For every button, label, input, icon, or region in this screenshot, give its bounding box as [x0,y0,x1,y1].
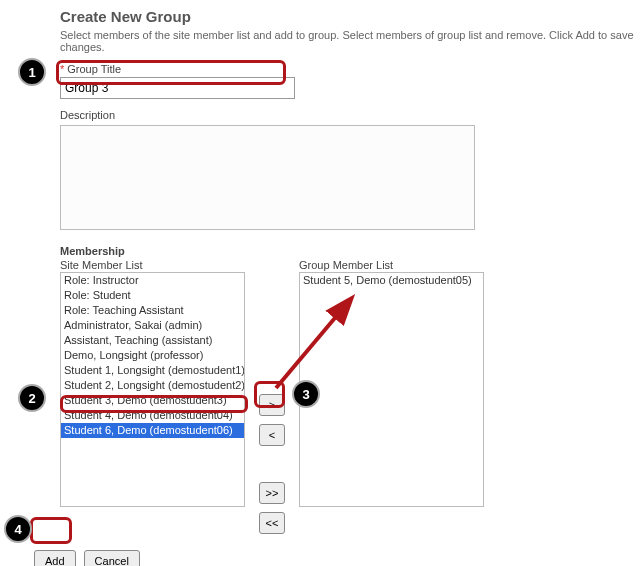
list-item[interactable]: Role: Student [61,288,244,303]
group-title-input[interactable] [60,77,295,99]
list-item[interactable]: Student 4, Demo (demostudent04) [61,408,244,423]
annotation-badge-1: 1 [18,58,46,86]
page-title: Create New Group [60,8,640,25]
description-label: Description [60,109,640,121]
cancel-button[interactable]: Cancel [84,550,140,566]
group-title-label: *Group Title [60,63,640,75]
move-left-button[interactable]: < [259,424,285,446]
list-item[interactable]: Administrator, Sakai (admin) [61,318,244,333]
site-member-list[interactable]: Role: InstructorRole: StudentRole: Teach… [60,272,245,507]
list-item[interactable]: Student 3, Demo (demostudent3) [61,393,244,408]
membership-label: Membership [60,245,640,257]
list-item[interactable]: Demo, Longsight (professor) [61,348,244,363]
list-item[interactable]: Role: Teaching Assistant [61,303,244,318]
move-all-right-button[interactable]: >> [259,482,285,504]
list-item[interactable]: Student 6, Demo (demostudent06) [61,423,244,438]
add-button[interactable]: Add [34,550,76,566]
list-item[interactable]: Student 2, Longsight (demostudent2) [61,378,244,393]
page-subtitle: Select members of the site member list a… [60,29,640,53]
group-member-list[interactable]: Student 5, Demo (demostudent05) [299,272,484,507]
move-right-button[interactable]: > [259,394,285,416]
annotation-badge-3: 3 [292,380,320,408]
annotation-badge-4: 4 [4,515,32,543]
description-textarea[interactable] [60,125,475,230]
list-item[interactable]: Role: Instructor [61,273,244,288]
site-member-list-label: Site Member List [60,259,245,271]
move-all-left-button[interactable]: << [259,512,285,534]
list-item[interactable]: Assistant, Teaching (assistant) [61,333,244,348]
list-item[interactable]: Student 5, Demo (demostudent05) [300,273,483,288]
annotation-badge-2: 2 [18,384,46,412]
group-member-list-label: Group Member List [299,259,484,271]
list-item[interactable]: Student 1, Longsight (demostudent1) [61,363,244,378]
required-star: * [60,63,64,75]
